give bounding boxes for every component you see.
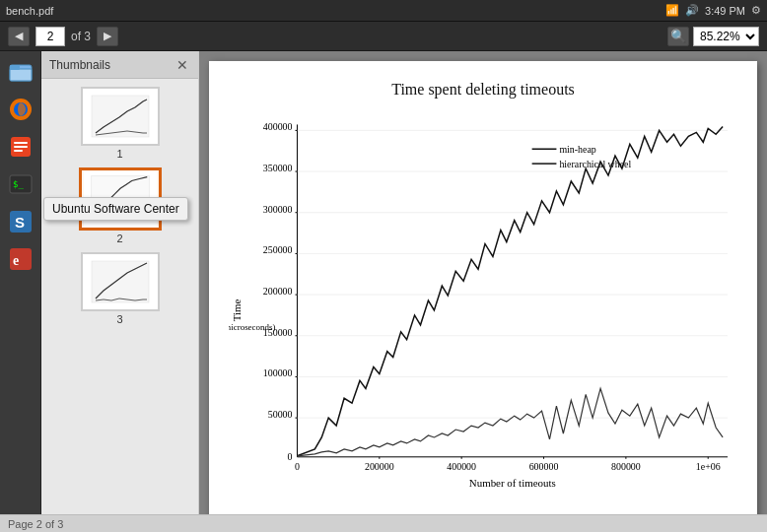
svg-rect-20 <box>92 261 149 302</box>
window-title: bench.pdf <box>6 5 53 17</box>
thumbnails-list: 1 2 <box>41 79 198 333</box>
thumbnail-num-2: 2 <box>116 233 122 244</box>
thumbnail-frame-3 <box>81 252 160 311</box>
thumbnail-frame-1 <box>81 87 160 146</box>
pdf-page: Time spent deleting timeouts 0 50000 100… <box>209 61 757 514</box>
pdf-toolbar: ◀ of 3 ▶ 🔍 50% 75% 85.22% 100% 125% 150%… <box>0 22 767 51</box>
chart-container: 0 50000 100000 150000 200000 250000 3000… <box>229 108 737 502</box>
svg-rect-2 <box>10 65 20 70</box>
application-dock: $_ S e Ubuntu Software Center <box>0 51 41 514</box>
svg-rect-8 <box>14 150 23 152</box>
next-page-button[interactable]: ▶ <box>97 27 118 46</box>
svg-text:Time: Time <box>231 299 243 321</box>
svg-text:400000: 400000 <box>263 121 293 132</box>
svg-rect-1 <box>10 69 32 81</box>
svg-rect-6 <box>14 142 28 144</box>
svg-text:0: 0 <box>288 451 293 462</box>
min-heap-line <box>297 126 723 455</box>
thumbnail-item-3[interactable]: 3 <box>49 252 190 325</box>
page-number-input[interactable] <box>35 27 65 46</box>
search-button[interactable]: 🔍 <box>667 27 689 46</box>
main-area: $_ S e Ubuntu Software Center Thumbnails… <box>0 51 767 514</box>
svg-text:e: e <box>13 253 19 268</box>
status-bar: Page 2 of 3 <box>0 514 767 532</box>
hierarchical-wheel-line <box>297 388 723 455</box>
dock-text-icon[interactable]: S <box>4 205 37 238</box>
dock-firefox-icon[interactable] <box>4 93 37 126</box>
chart-svg: 0 50000 100000 150000 200000 250000 3000… <box>229 108 737 502</box>
dock-paint-icon[interactable] <box>4 130 37 164</box>
pdf-viewport[interactable]: Time spent deleting timeouts 0 50000 100… <box>199 51 767 514</box>
svg-rect-18 <box>91 176 148 221</box>
sidebar-panel: Thumbnails ✕ 1 <box>41 51 199 514</box>
svg-text:400000: 400000 <box>447 461 476 472</box>
svg-text:350000: 350000 <box>263 163 293 173</box>
sidebar-close-button[interactable]: ✕ <box>174 57 190 73</box>
zoom-area: 🔍 50% 75% 85.22% 100% 125% 150% 200% <box>667 27 759 46</box>
thumbnail-num-1: 1 <box>116 148 122 160</box>
thumbnail-num-3: 3 <box>116 313 122 325</box>
svg-text:200000: 200000 <box>365 461 394 472</box>
network-icon: 📶 <box>665 4 679 17</box>
prev-page-button[interactable]: ◀ <box>8 27 30 46</box>
dock-evince-icon[interactable]: e <box>4 242 37 276</box>
svg-text:800000: 800000 <box>611 461 641 472</box>
settings-icon: ⚙ <box>751 4 761 17</box>
svg-text:600000: 600000 <box>529 461 559 472</box>
sidebar-label: Thumbnails <box>49 58 110 72</box>
sound-icon: 🔊 <box>685 4 699 17</box>
svg-text:hierarchical wheel: hierarchical wheel <box>559 159 631 169</box>
chart-title: Time spent deleting timeouts <box>229 81 737 99</box>
thumbnail-item-1[interactable]: 1 <box>49 87 190 160</box>
page-of-label: of 3 <box>71 30 91 43</box>
thumbnail-item-2[interactable]: 2 <box>49 167 190 244</box>
dock-files-icon[interactable] <box>4 55 37 89</box>
svg-text:Number of timeouts: Number of timeouts <box>469 477 556 489</box>
svg-text:50000: 50000 <box>268 409 293 420</box>
system-bar: bench.pdf 📶 🔊 3:49 PM ⚙ <box>0 0 767 22</box>
svg-text:min-heap: min-heap <box>559 144 595 155</box>
svg-text:100000: 100000 <box>263 367 293 378</box>
svg-text:S: S <box>15 214 25 231</box>
time-display: 3:49 PM <box>705 5 745 17</box>
thumbnail-frame-2 <box>79 167 162 231</box>
dock-terminal-icon[interactable]: $_ <box>4 167 37 201</box>
svg-text:$_: $_ <box>13 179 24 189</box>
svg-text:300000: 300000 <box>263 204 293 215</box>
zoom-select[interactable]: 50% 75% 85.22% 100% 125% 150% 200% <box>693 27 759 46</box>
svg-rect-7 <box>14 146 28 148</box>
svg-text:200000: 200000 <box>263 286 293 297</box>
sidebar-header: Thumbnails ✕ <box>41 51 198 79</box>
status-text: Page 2 of 3 <box>8 518 63 530</box>
svg-text:250000: 250000 <box>263 244 293 255</box>
svg-text:1e+06: 1e+06 <box>696 461 721 472</box>
svg-text:0: 0 <box>295 461 300 472</box>
svg-text:(microseconds): (microseconds) <box>229 322 275 332</box>
